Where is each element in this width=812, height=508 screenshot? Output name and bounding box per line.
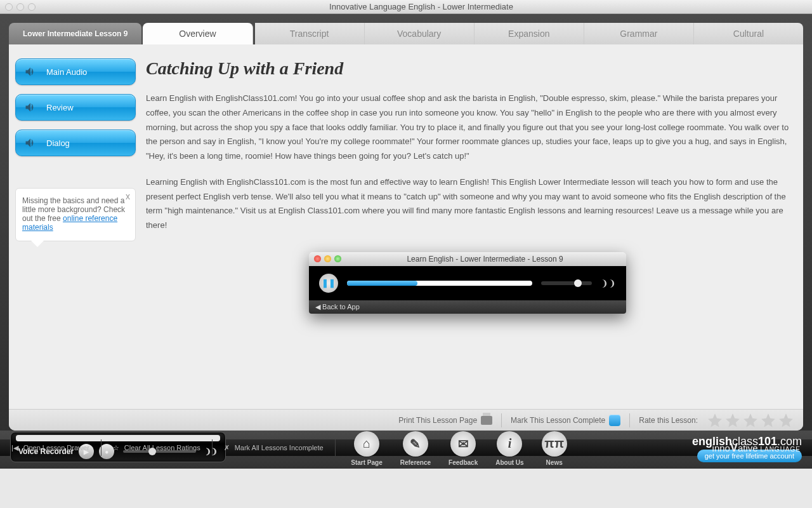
status-label: Mark All Lessons Incomplete — [235, 444, 324, 451]
open-lesson-drawer-button[interactable]: |◀Open Lesson Drawer — [0, 439, 102, 456]
tab-transcript[interactable]: Transcript — [255, 23, 365, 44]
sidebar: Main Audio Review Dialog x Missing the b… — [15, 58, 136, 404]
lesson-title: Catching Up with a Friend — [146, 58, 789, 79]
window-titlebar: Innovative Language English - Lower Inte… — [0, 0, 812, 14]
tab-vocabulary[interactable]: Vocabulary — [365, 23, 475, 44]
status-label: Open Lesson Drawer — [23, 444, 89, 451]
lesson-paragraph: Learn English with EnglishClass101.com! … — [146, 91, 789, 164]
print-label: Print This Lesson Page — [398, 416, 477, 425]
help-box: x Missing the basics and need a little m… — [15, 188, 136, 241]
nav-label: Feedback — [449, 459, 478, 466]
window-controls — [5, 3, 36, 11]
star-icon[interactable] — [707, 412, 723, 429]
audio-player-window: Learn English - Lower Intermediate - Les… — [309, 252, 626, 314]
divider — [501, 413, 502, 427]
progress-bar[interactable] — [347, 281, 532, 286]
volume-icon: ❩❩ — [601, 278, 616, 288]
home-icon: ⌂ — [354, 431, 379, 457]
nav-reference[interactable]: ✎Reference — [400, 431, 431, 466]
nav-label: Start Page — [351, 459, 382, 466]
nav-about[interactable]: iAbout Us — [495, 431, 523, 466]
info-icon: i — [497, 431, 522, 457]
rss-icon: ππ — [542, 431, 567, 457]
main-audio-button[interactable]: Main Audio — [15, 58, 136, 85]
star-icon[interactable] — [760, 412, 776, 429]
printer-icon — [481, 416, 492, 425]
nav-label: News — [546, 459, 563, 466]
player-window-controls — [314, 255, 341, 262]
close-icon[interactable]: x — [126, 191, 130, 201]
nav-start-page[interactable]: ⌂Start Page — [351, 431, 382, 466]
star-icon: ☆ — [113, 444, 119, 452]
x-icon: ✗ — [224, 444, 230, 452]
speaker-icon — [23, 136, 37, 150]
mark-label: Mark This Lesson Complete — [511, 416, 605, 425]
volume-knob[interactable] — [574, 279, 582, 287]
lesson-paragraph: Learning English with EnglishClass101.co… — [146, 175, 789, 233]
close-window-icon[interactable] — [5, 3, 13, 11]
app-frame: Lower Intermediate Lesson 9 Overview Tra… — [0, 14, 812, 439]
nav-news[interactable]: ππNews — [542, 431, 567, 466]
lesson-content: Catching Up with a Friend Learn English … — [146, 58, 789, 404]
content-panel: Main Audio Review Dialog x Missing the b… — [9, 44, 803, 431]
brand-logo: innoVative LANGUAGE — [701, 441, 812, 455]
tab-overview[interactable]: Overview — [143, 23, 252, 44]
tab-strip: Lower Intermediate Lesson 9 Overview Tra… — [9, 23, 803, 44]
pause-button[interactable]: ❚❚ — [319, 274, 338, 293]
button-label: Dialog — [46, 138, 70, 148]
volume-slider[interactable] — [541, 281, 592, 285]
nav-feedback[interactable]: ✉Feedback — [449, 431, 478, 466]
nav-label: About Us — [495, 459, 523, 466]
pen-icon: ✎ — [403, 431, 428, 457]
nav-label: Reference — [400, 459, 431, 466]
tab-expansion[interactable]: Expansion — [475, 23, 584, 44]
button-label: Main Audio — [46, 67, 87, 77]
minimize-window-icon[interactable] — [16, 3, 24, 11]
zoom-window-icon[interactable] — [28, 3, 36, 11]
speaker-icon — [23, 65, 37, 79]
star-icon[interactable] — [778, 412, 794, 429]
player-controls: ❚❚ ❩❩ — [309, 266, 626, 300]
speaker-icon — [23, 100, 37, 114]
chat-icon: ✉ — [450, 431, 476, 457]
lesson-tab[interactable]: Lower Intermediate Lesson 9 — [9, 23, 141, 44]
tab-cultural[interactable]: Cultural — [694, 23, 803, 44]
recorder-slider[interactable] — [123, 450, 196, 453]
star-icon[interactable] — [724, 412, 741, 429]
tab-grammar[interactable]: Grammar — [584, 23, 694, 44]
drawer-icon: |◀ — [11, 444, 18, 452]
dialog-button[interactable]: Dialog — [15, 130, 136, 156]
mark-incomplete-button[interactable]: ✗Mark All Lessons Incomplete — [213, 439, 336, 456]
divider — [629, 413, 630, 427]
zoom-icon[interactable] — [334, 255, 341, 262]
back-to-app-button[interactable]: ◀ Back to App — [309, 300, 626, 314]
mark-complete-button[interactable]: Mark This Lesson Complete — [511, 415, 620, 426]
print-lesson-button[interactable]: Print This Lesson Page — [398, 416, 492, 425]
close-icon[interactable] — [314, 255, 321, 262]
star-icon[interactable] — [742, 412, 759, 429]
rate-label: Rate this Lesson: — [639, 416, 698, 425]
button-label: Review — [46, 103, 74, 112]
minimize-icon[interactable] — [324, 255, 331, 262]
panel-footer: Print This Lesson Page Mark This Lesson … — [9, 409, 803, 431]
player-titlebar: Learn English - Lower Intermediate - Les… — [309, 252, 626, 266]
checkbox-icon — [609, 415, 620, 426]
rating-stars[interactable] — [707, 412, 794, 429]
clear-ratings-button[interactable]: ☆Clear All Lesson Ratings — [102, 439, 213, 456]
window-title: Innovative Language English - Lower Inte… — [36, 2, 807, 11]
progress-fill — [347, 281, 417, 286]
player-title: Learn English - Lower Intermediate - Les… — [349, 255, 621, 264]
review-button[interactable]: Review — [15, 94, 136, 121]
